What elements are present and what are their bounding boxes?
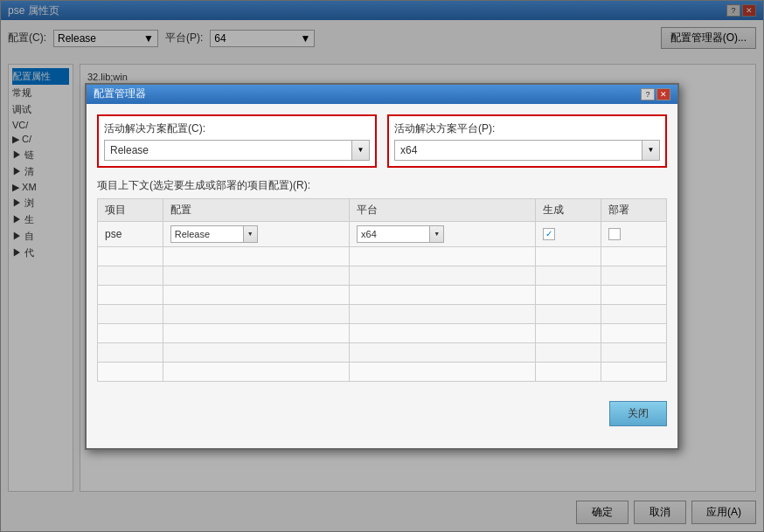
cell-platform: x64 ▼ bbox=[350, 221, 536, 246]
project-context-label: 项目上下文(选定要生成或部署的项目配置)(R): bbox=[97, 178, 667, 193]
empty-cell-20 bbox=[601, 304, 667, 323]
empty-cell-29 bbox=[536, 342, 601, 362]
config-manager-dialog: 配置管理器 ? ✕ 活动解决方案配置(C): Release ▼ bbox=[85, 83, 679, 450]
col-header-platform: 平台 bbox=[350, 198, 536, 221]
table-row-empty-7 bbox=[98, 362, 667, 381]
empty-cell-3 bbox=[350, 246, 536, 266]
active-platform-label: 活动解决方案平台(P): bbox=[394, 121, 660, 136]
empty-cell-7 bbox=[163, 266, 349, 285]
empty-cell-13 bbox=[350, 285, 536, 304]
empty-cell-1 bbox=[98, 246, 163, 266]
empty-cell-17 bbox=[163, 304, 349, 323]
empty-cell-31 bbox=[98, 362, 163, 381]
empty-cell-12 bbox=[163, 285, 349, 304]
empty-cell-35 bbox=[601, 362, 667, 381]
empty-cell-33 bbox=[350, 362, 536, 381]
empty-cell-6 bbox=[98, 266, 163, 285]
active-platform-value: x64 bbox=[395, 142, 642, 159]
empty-cell-25 bbox=[601, 323, 667, 342]
table-row-empty-1 bbox=[98, 246, 667, 266]
empty-cell-18 bbox=[350, 304, 536, 323]
empty-cell-23 bbox=[350, 323, 536, 342]
table-row-empty-5 bbox=[98, 323, 667, 342]
empty-cell-10 bbox=[601, 266, 667, 285]
active-config-dropdown[interactable]: Release ▼ bbox=[104, 140, 370, 161]
active-platform-arrow-icon[interactable]: ▼ bbox=[642, 141, 659, 160]
empty-cell-24 bbox=[536, 323, 601, 342]
col-header-config: 配置 bbox=[163, 198, 349, 221]
table-row-empty-6 bbox=[98, 342, 667, 362]
empty-cell-28 bbox=[350, 342, 536, 362]
dialog-help-button[interactable]: ? bbox=[641, 88, 655, 100]
col-header-build: 生成 bbox=[536, 198, 601, 221]
empty-cell-27 bbox=[163, 342, 349, 362]
empty-cell-16 bbox=[98, 304, 163, 323]
active-platform-group: 活动解决方案平台(P): x64 ▼ bbox=[387, 114, 667, 168]
empty-cell-11 bbox=[98, 285, 163, 304]
active-platform-dropdown[interactable]: x64 ▼ bbox=[394, 140, 660, 161]
deploy-checkbox[interactable] bbox=[608, 228, 621, 240]
dialog-close-button[interactable]: 关闭 bbox=[609, 401, 667, 426]
empty-cell-22 bbox=[163, 323, 349, 342]
row-config-value: Release bbox=[171, 227, 243, 241]
active-config-value: Release bbox=[105, 142, 351, 159]
cell-deploy bbox=[601, 221, 667, 246]
col-header-project: 项目 bbox=[98, 198, 163, 221]
row-platform-dropdown[interactable]: x64 ▼ bbox=[357, 225, 444, 243]
empty-cell-32 bbox=[163, 362, 349, 381]
empty-cell-4 bbox=[536, 246, 601, 266]
dialog-titlebar: 配置管理器 ? ✕ bbox=[87, 85, 677, 104]
project-table: 项目 配置 平台 生成 部署 pse Release ▼ bbox=[97, 198, 667, 382]
cell-project-name: pse bbox=[98, 221, 163, 246]
empty-cell-34 bbox=[536, 362, 601, 381]
active-config-group: 活动解决方案配置(C): Release ▼ bbox=[97, 114, 377, 168]
table-row-empty-4 bbox=[98, 304, 667, 323]
empty-cell-14 bbox=[536, 285, 601, 304]
table-row-empty-3 bbox=[98, 285, 667, 304]
dialog-close-title-button[interactable]: ✕ bbox=[656, 88, 670, 100]
empty-cell-5 bbox=[601, 246, 667, 266]
empty-cell-9 bbox=[536, 266, 601, 285]
row-config-dropdown[interactable]: Release ▼ bbox=[170, 225, 258, 243]
dialog-top-row: 活动解决方案配置(C): Release ▼ 活动解决方案平台(P): x64 … bbox=[97, 114, 667, 168]
empty-cell-2 bbox=[163, 246, 349, 266]
row-platform-arrow-icon[interactable]: ▼ bbox=[429, 226, 443, 242]
dialog-bottom: 关闭 bbox=[87, 392, 677, 435]
empty-cell-15 bbox=[601, 285, 667, 304]
empty-cell-19 bbox=[536, 304, 601, 323]
active-config-arrow-icon[interactable]: ▼ bbox=[351, 141, 369, 160]
empty-cell-21 bbox=[98, 323, 163, 342]
dialog-title: 配置管理器 bbox=[94, 86, 146, 101]
row-platform-value: x64 bbox=[358, 227, 429, 241]
col-header-deploy: 部署 bbox=[601, 198, 667, 221]
table-row-empty-2 bbox=[98, 266, 667, 285]
dialog-body: 活动解决方案配置(C): Release ▼ 活动解决方案平台(P): x64 … bbox=[87, 104, 677, 392]
empty-cell-8 bbox=[350, 266, 536, 285]
table-row: pse Release ▼ x64 ▼ bbox=[98, 221, 667, 246]
cell-config: Release ▼ bbox=[163, 221, 349, 246]
build-checkbox[interactable]: ✓ bbox=[543, 228, 555, 240]
dialog-title-buttons: ? ✕ bbox=[641, 88, 670, 100]
empty-cell-26 bbox=[98, 342, 163, 362]
empty-cell-30 bbox=[601, 342, 667, 362]
modal-overlay: 配置管理器 ? ✕ 活动解决方案配置(C): Release ▼ bbox=[0, 0, 764, 532]
row-config-arrow-icon[interactable]: ▼ bbox=[243, 226, 257, 242]
cell-build: ✓ bbox=[536, 221, 601, 246]
active-config-label: 活动解决方案配置(C): bbox=[104, 121, 370, 136]
